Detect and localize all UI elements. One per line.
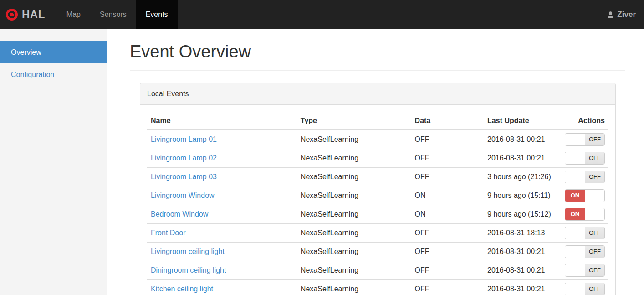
- table-row: Livingroom Lamp 01 NexaSelfLearning OFF …: [147, 130, 608, 149]
- nav-item-sensors[interactable]: Sensors: [90, 0, 136, 29]
- table-row: Livingroom ceiling light NexaSelfLearnin…: [147, 243, 608, 261]
- toggle-state-label: OFF: [585, 264, 604, 276]
- nav-item-events[interactable]: Events: [136, 0, 178, 29]
- hal-target-icon: [6, 9, 18, 21]
- event-last-update: 2016-08-31 18:13: [484, 224, 561, 243]
- event-data: OFF: [411, 243, 484, 261]
- event-data: ON: [411, 186, 484, 205]
- event-type: NexaSelfLearning: [297, 224, 411, 243]
- event-name-link[interactable]: Bedroom Window: [151, 210, 208, 218]
- toggle-state-label: OFF: [585, 246, 604, 258]
- sidebar-item-overview[interactable]: Overview: [0, 41, 107, 63]
- title-divider: [130, 70, 625, 71]
- page-body: Overview Configuration Event Overview Lo…: [0, 29, 644, 295]
- event-type: NexaSelfLearning: [297, 261, 411, 280]
- navbar-menu: Map Sensors Events: [57, 0, 178, 29]
- event-type: NexaSelfLearning: [297, 168, 411, 186]
- toggle-switch[interactable]: OFF: [565, 227, 605, 239]
- toggle-state-label: ON: [565, 208, 585, 220]
- event-last-update: 2016-08-31 00:21: [484, 243, 561, 261]
- event-name-link[interactable]: Kitchen ceiling light: [151, 285, 213, 293]
- table-row: Kitchen ceiling light NexaSelfLearning O…: [147, 280, 608, 295]
- event-type: NexaSelfLearning: [297, 186, 411, 205]
- column-header-name: Name: [147, 112, 297, 130]
- panel-body: Name Type Data Last Update Actions Livin…: [140, 105, 615, 295]
- table-row: Livingroom Lamp 02 NexaSelfLearning OFF …: [147, 149, 608, 168]
- toggle-state-label: OFF: [585, 134, 604, 145]
- toggle-handle: [565, 171, 585, 183]
- event-last-update: 2016-08-31 00:21: [484, 130, 561, 149]
- event-type: NexaSelfLearning: [297, 243, 411, 261]
- events-table-head: Name Type Data Last Update Actions: [147, 112, 608, 130]
- toggle-switch[interactable]: OFF: [565, 283, 605, 295]
- event-type: NexaSelfLearning: [297, 205, 411, 224]
- events-table-body: Livingroom Lamp 01 NexaSelfLearning OFF …: [147, 130, 608, 295]
- toggle-switch[interactable]: ON: [565, 208, 605, 221]
- sidebar-item-configuration[interactable]: Configuration: [0, 63, 107, 86]
- local-events-panel: Local Events Name Type Data Last Update …: [140, 83, 616, 295]
- event-last-update: 9 hours ago (15:12): [484, 205, 561, 224]
- toggle-handle: [585, 208, 604, 220]
- nav-item-map[interactable]: Map: [57, 0, 90, 29]
- event-last-update: 2016-08-31 00:21: [484, 280, 561, 295]
- events-table: Name Type Data Last Update Actions Livin…: [147, 112, 608, 295]
- event-last-update: 2016-08-31 00:21: [484, 149, 561, 168]
- event-data: OFF: [411, 280, 484, 295]
- event-name-link[interactable]: Livingroom ceiling light: [151, 248, 225, 255]
- toggle-handle: [585, 190, 604, 202]
- toggle-handle: [565, 134, 585, 145]
- toggle-switch[interactable]: OFF: [565, 133, 605, 146]
- column-header-data: Data: [411, 112, 484, 130]
- event-name-link[interactable]: Livingroom Lamp 02: [151, 154, 217, 162]
- toggle-switch[interactable]: ON: [565, 189, 605, 202]
- table-row: Front Door NexaSelfLearning OFF 2016-08-…: [147, 224, 608, 243]
- table-row: Livingroom Lamp 03 NexaSelfLearning OFF …: [147, 168, 608, 186]
- user-name: Ziver: [617, 10, 636, 19]
- column-header-actions: Actions: [561, 112, 608, 130]
- page-title: Event Overview: [130, 42, 625, 62]
- toggle-handle: [565, 283, 585, 295]
- toggle-switch[interactable]: OFF: [565, 245, 605, 258]
- toggle-handle: [565, 264, 585, 276]
- toggle-handle: [565, 246, 585, 258]
- column-header-type: Type: [297, 112, 411, 130]
- column-header-last-update: Last Update: [484, 112, 561, 130]
- main-content: Event Overview Local Events Name Type Da…: [107, 29, 644, 295]
- toggle-switch[interactable]: OFF: [565, 264, 605, 277]
- event-data: OFF: [411, 224, 484, 243]
- event-name-link[interactable]: Front Door: [151, 229, 185, 237]
- toggle-state-label: OFF: [585, 227, 604, 239]
- event-data: ON: [411, 205, 484, 224]
- toggle-state-label: ON: [565, 190, 585, 202]
- user-menu[interactable]: Ziver: [607, 0, 644, 29]
- toggle-switch[interactable]: OFF: [565, 152, 605, 165]
- table-row: Livingroom Window NexaSelfLearning ON 9 …: [147, 186, 608, 205]
- event-name-link[interactable]: Diningroom ceiling light: [151, 266, 226, 274]
- event-name-link[interactable]: Livingroom Lamp 01: [151, 135, 217, 143]
- brand[interactable]: HAL: [0, 0, 51, 29]
- event-name-link[interactable]: Livingroom Window: [151, 191, 215, 199]
- event-data: OFF: [411, 261, 484, 280]
- sidebar: Overview Configuration: [0, 29, 107, 295]
- event-last-update: 9 hours ago (15:11): [484, 186, 561, 205]
- event-data: OFF: [411, 168, 484, 186]
- top-navbar: HAL Map Sensors Events Ziver: [0, 0, 644, 29]
- event-data: OFF: [411, 130, 484, 149]
- event-last-update: 3 hours ago (21:26): [484, 168, 561, 186]
- event-data: OFF: [411, 149, 484, 168]
- toggle-state-label: OFF: [585, 152, 604, 164]
- table-row: Diningroom ceiling light NexaSelfLearnin…: [147, 261, 608, 280]
- event-type: NexaSelfLearning: [297, 130, 411, 149]
- event-name-link[interactable]: Livingroom Lamp 03: [151, 173, 217, 181]
- toggle-state-label: OFF: [585, 283, 604, 295]
- toggle-switch[interactable]: OFF: [565, 171, 605, 183]
- table-row: Bedroom Window NexaSelfLearning ON 9 hou…: [147, 205, 608, 224]
- toggle-state-label: OFF: [585, 171, 604, 183]
- panel-heading: Local Events: [140, 83, 615, 105]
- toggle-handle: [565, 152, 585, 164]
- brand-label: HAL: [22, 8, 45, 21]
- user-icon: [607, 11, 614, 19]
- event-type: NexaSelfLearning: [297, 149, 411, 168]
- toggle-handle: [565, 227, 585, 239]
- event-last-update: 2016-08-31 00:21: [484, 261, 561, 280]
